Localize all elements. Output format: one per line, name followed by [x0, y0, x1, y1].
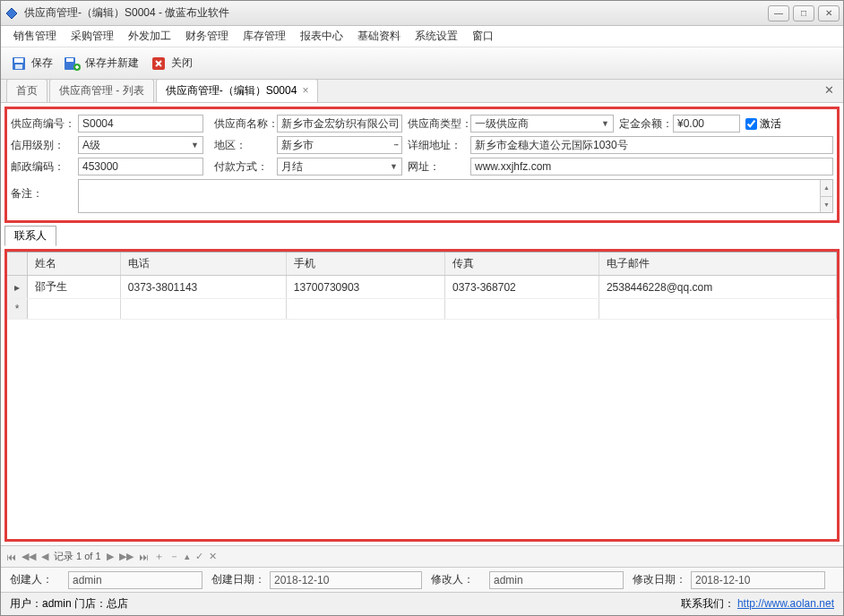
- close-button[interactable]: 关闭: [150, 55, 193, 73]
- close-label: 关闭: [171, 56, 193, 71]
- label-create-date: 创建日期：: [211, 572, 261, 587]
- menu-outsource[interactable]: 外发加工: [125, 27, 175, 46]
- label-website: 网址：: [408, 159, 470, 175]
- record-navigator: ⏮ ◀◀ ◀ 记录 1 of 1 ▶ ▶▶ ⏭ ＋ － ▴ ✓ ✕: [1, 545, 843, 567]
- cell-fax[interactable]: 0373-368702: [445, 276, 599, 299]
- nav-next[interactable]: ▶: [107, 551, 114, 562]
- address-input[interactable]: [470, 136, 833, 154]
- form-panel: 供应商编号： 供应商名称： 供应商类型： 一级供应商▼ 定金余额： 激活 信用级…: [4, 107, 840, 223]
- website-input[interactable]: [470, 158, 833, 175]
- menu-report[interactable]: 报表中心: [297, 27, 347, 46]
- window-title: 供应商管理-（编辑）S0004 - 傲蓝布业软件: [24, 5, 768, 21]
- save-icon: [10, 55, 28, 73]
- modifier-field: [489, 571, 624, 589]
- minimize-button[interactable]: —: [768, 5, 789, 21]
- supplier-name-input[interactable]: [277, 115, 402, 133]
- col-mobile[interactable]: 手机: [286, 252, 444, 276]
- spin-down-icon[interactable]: ▼: [821, 197, 832, 213]
- tab-home[interactable]: 首页: [6, 79, 47, 102]
- label-postal: 邮政编码：: [11, 159, 78, 175]
- svg-rect-3: [15, 64, 22, 69]
- nav-edit[interactable]: ▴: [185, 551, 190, 562]
- chevron-down-icon: ▼: [390, 162, 398, 171]
- nav-record-text: 记录 1 of 1: [54, 550, 101, 563]
- status-user-store: 用户：admin 门店：总店: [10, 596, 128, 612]
- save-label: 保存: [31, 56, 53, 71]
- col-email[interactable]: 电子邮件: [599, 252, 836, 276]
- save-new-label: 保存并新建: [85, 56, 139, 71]
- contacts-table: 姓名 电话 手机 传真 电子邮件 ▸ 邵予生 0373-3801143 1370…: [7, 252, 837, 320]
- cell-tel[interactable]: 0373-3801143: [120, 276, 286, 299]
- contacts-tab-strip: 联系人: [1, 226, 843, 245]
- titlebar: 供应商管理-（编辑）S0004 - 傲蓝布业软件 — □ ✕: [1, 1, 843, 26]
- remark-textarea[interactable]: ▲ ▼: [78, 179, 833, 213]
- save-new-icon: [64, 55, 82, 73]
- svg-marker-0: [6, 8, 17, 19]
- close-window-button[interactable]: ✕: [818, 5, 840, 21]
- nav-cancel[interactable]: ✕: [209, 551, 217, 562]
- save-button[interactable]: 保存: [10, 55, 53, 73]
- label-address: 详细地址：: [408, 138, 470, 153]
- menu-settings[interactable]: 系统设置: [411, 27, 461, 46]
- supplier-code-input[interactable]: [78, 115, 203, 133]
- chevron-down-icon: ▼: [601, 119, 609, 128]
- label-supplier-type: 供应商类型：: [408, 116, 470, 132]
- status-contact-link[interactable]: http://www.aolan.net: [737, 597, 834, 610]
- deposit-input[interactable]: [673, 115, 740, 133]
- status-contact-label: 联系我们：: [681, 597, 735, 610]
- nav-prev-page[interactable]: ◀◀: [22, 551, 36, 562]
- credit-select[interactable]: A级▼: [78, 136, 203, 154]
- svg-rect-5: [66, 58, 73, 62]
- menu-basicdata[interactable]: 基础资料: [354, 27, 404, 46]
- active-checkbox[interactable]: 激活: [745, 116, 781, 132]
- nav-add[interactable]: ＋: [154, 550, 164, 563]
- document-tabs: 首页 供应商管理 - 列表 供应商管理-（编辑）S0004× ✕: [1, 80, 843, 103]
- maximize-button[interactable]: □: [793, 5, 814, 21]
- app-icon: [4, 6, 19, 21]
- postal-input[interactable]: [78, 158, 203, 175]
- label-modify-date: 修改日期：: [633, 572, 682, 587]
- area-select[interactable]: 新乡市···: [277, 136, 402, 154]
- table-row[interactable]: ▸ 邵予生 0373-3801143 13700730903 0373-3687…: [7, 276, 837, 299]
- save-new-button[interactable]: 保存并新建: [64, 55, 139, 73]
- tabs-close-all-icon[interactable]: ✕: [824, 83, 834, 97]
- label-payment: 付款方式：: [214, 159, 277, 175]
- cell-email[interactable]: 2538446228@qq.com: [599, 276, 836, 299]
- tab-supplier-edit[interactable]: 供应商管理-（编辑）S0004×: [156, 79, 319, 102]
- supplier-type-select[interactable]: 一级供应商▼: [470, 115, 614, 133]
- col-fax[interactable]: 传真: [445, 252, 599, 276]
- menu-purchase[interactable]: 采购管理: [67, 27, 117, 46]
- label-modifier: 修改人：: [431, 572, 480, 587]
- label-supplier-code: 供应商编号：: [11, 116, 78, 132]
- nav-last[interactable]: ⏭: [139, 552, 149, 562]
- label-supplier-name: 供应商名称：: [214, 116, 277, 132]
- nav-first[interactable]: ⏮: [6, 552, 16, 562]
- label-area: 地区：: [214, 138, 277, 153]
- menu-sales[interactable]: 销售管理: [10, 27, 60, 46]
- nav-prev[interactable]: ◀: [41, 551, 48, 562]
- close-icon: [150, 55, 168, 73]
- payment-select[interactable]: 月结▼: [277, 158, 402, 175]
- create-date-field: [270, 571, 422, 589]
- tab-contacts[interactable]: 联系人: [4, 226, 56, 246]
- menubar: 销售管理 采购管理 外发加工 财务管理 库存管理 报表中心 基础资料 系统设置 …: [1, 26, 843, 47]
- cell-name[interactable]: 邵予生: [28, 276, 121, 299]
- cell-mobile[interactable]: 13700730903: [286, 276, 444, 299]
- table-row-new[interactable]: *: [7, 299, 837, 320]
- menu-window[interactable]: 窗口: [469, 27, 497, 46]
- menu-finance[interactable]: 财务管理: [182, 27, 232, 46]
- tab-close-icon[interactable]: ×: [302, 84, 308, 97]
- label-credit: 信用级别：: [11, 138, 78, 153]
- menu-inventory[interactable]: 库存管理: [239, 27, 289, 46]
- nav-accept[interactable]: ✓: [195, 551, 203, 562]
- nav-delete[interactable]: －: [169, 550, 179, 563]
- spin-up-icon[interactable]: ▲: [821, 180, 832, 197]
- label-deposit: 定金余额：: [619, 116, 673, 132]
- contacts-grid: 姓名 电话 手机 传真 电子邮件 ▸ 邵予生 0373-3801143 1370…: [4, 249, 840, 542]
- row-indicator-header: [7, 252, 28, 276]
- col-name[interactable]: 姓名: [28, 252, 121, 276]
- nav-next-page[interactable]: ▶▶: [119, 551, 133, 562]
- row-indicator-new: *: [7, 299, 28, 320]
- tab-supplier-list[interactable]: 供应商管理 - 列表: [49, 79, 154, 102]
- col-tel[interactable]: 电话: [120, 252, 286, 276]
